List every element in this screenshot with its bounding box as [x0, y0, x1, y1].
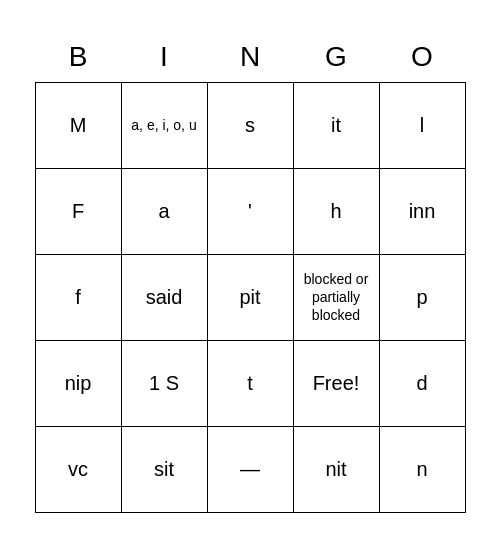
cell-3-3-free: Free!: [294, 341, 380, 427]
cell-2-1: said: [122, 255, 208, 341]
header-o: O: [379, 32, 465, 82]
cell-2-0: f: [36, 255, 122, 341]
cell-3-0: nip: [36, 341, 122, 427]
bingo-header: B I N G O: [35, 32, 465, 82]
cell-1-4: inn: [380, 169, 466, 255]
cell-3-1: 1 S: [122, 341, 208, 427]
header-i: I: [121, 32, 207, 82]
bingo-grid: M a, e, i, o, u s it l F a ' h inn f sai…: [35, 82, 466, 513]
cell-1-1: a: [122, 169, 208, 255]
cell-1-3: h: [294, 169, 380, 255]
cell-0-0: M: [36, 83, 122, 169]
cell-2-4: p: [380, 255, 466, 341]
cell-2-2: pit: [208, 255, 294, 341]
cell-0-2: s: [208, 83, 294, 169]
cell-4-0: vc: [36, 427, 122, 513]
cell-0-4: l: [380, 83, 466, 169]
cell-3-2: t: [208, 341, 294, 427]
cell-3-4: d: [380, 341, 466, 427]
cell-4-1: sit: [122, 427, 208, 513]
cell-0-1: a, e, i, o, u: [122, 83, 208, 169]
bingo-board: B I N G O M a, e, i, o, u s it l F a ' h…: [35, 32, 466, 513]
header-n: N: [207, 32, 293, 82]
cell-4-2: —: [208, 427, 294, 513]
cell-1-2: ': [208, 169, 294, 255]
cell-4-3: nit: [294, 427, 380, 513]
header-b: B: [35, 32, 121, 82]
header-g: G: [293, 32, 379, 82]
cell-1-0: F: [36, 169, 122, 255]
cell-2-3: blocked or partially blocked: [294, 255, 380, 341]
cell-0-3: it: [294, 83, 380, 169]
cell-4-4: n: [380, 427, 466, 513]
